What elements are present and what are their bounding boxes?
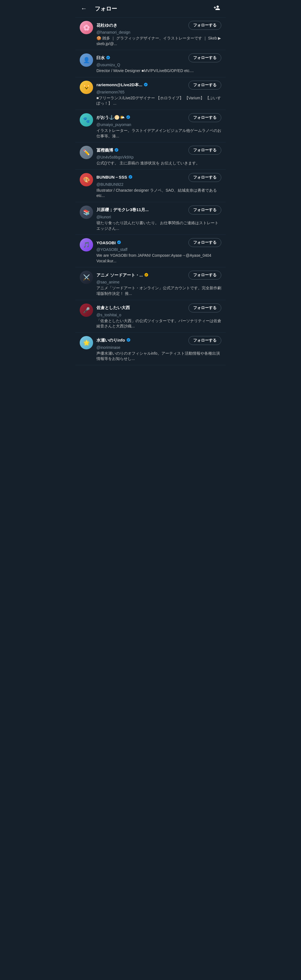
avatar: 👤 xyxy=(80,53,93,67)
user-name-row: がおう⚓🌕🌤️ xyxy=(96,115,186,120)
user-display-name: BUNBUN－SSS xyxy=(96,175,127,180)
follow-button[interactable]: フォローする xyxy=(188,304,221,312)
user-header-row: 冨樫義博フォローする xyxy=(96,146,221,155)
user-handle: @usumizu_Q xyxy=(96,63,221,67)
user-bio: 寝たり食ったり読んだり書いたり。 お仕事関係のご連絡はストレートエッジさん... xyxy=(96,220,221,231)
avatar: ⚔️ xyxy=(80,270,93,284)
user-bio: ■フリーランス/Live2Dデザイナー 【ホロライブ】 【Varium】 【ぶい… xyxy=(96,95,221,106)
user-info: BUNBUN－SSSフォローする@BUNBUN922Illustrator / … xyxy=(96,173,221,199)
avatar: 🌟 xyxy=(80,336,93,349)
verified-badge xyxy=(126,338,131,343)
user-handle: @hanamori_design xyxy=(96,30,221,35)
user-display-name: 臼水 xyxy=(96,56,105,60)
follow-button[interactable]: フォローする xyxy=(188,146,221,155)
user-info: rariemonn@Live2D本...フォローする@rariemonn765■… xyxy=(96,81,221,106)
follow-button[interactable]: フォローする xyxy=(188,238,221,247)
user-name-row: 臼水 xyxy=(96,56,186,60)
user-name-row: アニメ ソードアート・... xyxy=(96,273,186,278)
user-display-name: 冨樫義博 xyxy=(96,148,113,153)
avatar: ✏️ xyxy=(80,146,93,159)
user-bio: イラストレーター。ラストイデアメインビジュアル他ゲームラノベのお仕事等。湊... xyxy=(96,128,221,139)
user-info: YOASOBIフォローする@YOASOBI_staffWe are YOASOB… xyxy=(96,238,221,264)
user-info: 花杜ゆのきフォローする@hanamori_design🍪 雑多 ｜ グラフィック… xyxy=(96,21,221,46)
list-item: 🌟水瀬いのりinfoフォローする@inoriminase声優水瀬いのりのオフィシ… xyxy=(75,333,226,365)
user-header-row: rariemonn@Live2D本...フォローする xyxy=(96,81,221,89)
avatar: 🌸 xyxy=(80,21,93,34)
verified-badge xyxy=(126,115,130,120)
user-header-row: 臼水フォローする xyxy=(96,53,221,62)
user-header-row: BUNBUN－SSSフォローする xyxy=(96,173,221,182)
user-display-name: 川原礫；デモクレ3巻11月... xyxy=(96,207,149,213)
user-handle: @s_toshitai_o xyxy=(96,313,221,317)
verified-badge xyxy=(117,240,121,245)
user-display-name: 花杜ゆのき xyxy=(96,23,117,28)
header: ← フォロー xyxy=(75,0,226,18)
user-handle: @umaiyo_puyoman xyxy=(96,123,221,127)
verified-badge xyxy=(128,175,133,180)
list-item: 🐾がおう⚓🌕🌤️フォローする@umaiyo_puyomanイラストレーター。ラス… xyxy=(75,110,226,142)
user-name-row: 花杜ゆのき xyxy=(96,23,186,28)
list-item: ⚔️アニメ ソードアート・...フォローする@sao_animeアニメ「ソードア… xyxy=(75,267,226,300)
user-header-row: YOASOBIフォローする xyxy=(96,238,221,247)
user-name-row: YOASOBI xyxy=(96,240,186,245)
user-header-row: がおう⚓🌕🌤️フォローする xyxy=(96,113,221,122)
user-info: 水瀬いのりinfoフォローする@inoriminase声優水瀬いのりのオフィシャ… xyxy=(96,336,221,362)
list-item: 📚川原礫；デモクレ3巻11月...フォローする@kunori寝たり食ったり読んだ… xyxy=(75,202,226,235)
avatar: 🎵 xyxy=(80,238,93,251)
user-name-row: 川原礫；デモクレ3巻11月... xyxy=(96,207,186,213)
user-info: 臼水フォローする@usumizu_QDirector / Movie Desig… xyxy=(96,53,221,74)
user-bio: Illustrator / Character designer ラノベ、SAO… xyxy=(96,188,221,199)
avatar: 🐾 xyxy=(80,113,93,127)
user-bio: 声優水瀬いのりのオフィシャルinfo。アーティスト活動情報や各種出演情報等をお知… xyxy=(96,351,221,362)
user-display-name: がおう⚓🌕🌤️ xyxy=(96,115,125,120)
list-item: 👤臼水フォローする@usumizu_QDirector / Movie Desi… xyxy=(75,50,226,77)
user-bio: 🍪 雑多 ｜ グラフィックデザイナー、イラストレーターです ｜ Skeb ▶ s… xyxy=(96,36,221,46)
user-header-row: 花杜ゆのきフォローする xyxy=(96,21,221,30)
avatar: 😺 xyxy=(80,81,93,94)
user-bio: We are YOASOBI from JAPAN! Composer:Ayas… xyxy=(96,253,221,264)
avatar: 🎤 xyxy=(80,304,93,317)
follow-button[interactable]: フォローする xyxy=(188,173,221,182)
user-handle: @rariemonn765 xyxy=(96,90,221,94)
follow-button[interactable]: フォローする xyxy=(188,113,221,122)
user-info: 佐倉としたい大西フォローする@s_toshitai_o「佐倉としたい大西」の公式… xyxy=(96,304,221,329)
user-header-row: 川原礫；デモクレ3巻11月...フォローする xyxy=(96,205,221,215)
user-header-row: アニメ ソードアート・...フォローする xyxy=(96,270,221,280)
follow-list: 🌸花杜ゆのきフォローする@hanamori_design🍪 雑多 ｜ グラフィッ… xyxy=(75,18,226,365)
follow-button[interactable]: フォローする xyxy=(188,81,221,89)
follow-button[interactable]: フォローする xyxy=(188,270,221,280)
user-display-name: rariemonn@Live2D本... xyxy=(96,82,142,88)
user-handle: @YOASOBI_staff xyxy=(96,247,221,252)
user-header-row: 水瀬いのりinfoフォローする xyxy=(96,336,221,345)
user-info: がおう⚓🌕🌤️フォローする@umaiyo_puyomanイラストレーター。ラスト… xyxy=(96,113,221,139)
user-display-name: 佐倉としたい大西 xyxy=(96,305,130,310)
follow-button[interactable]: フォローする xyxy=(188,53,221,62)
follow-button[interactable]: フォローする xyxy=(188,205,221,215)
header-left: ← フォロー xyxy=(80,4,117,13)
gold-verified-badge xyxy=(144,273,149,278)
user-handle: @Un4v5s8bgsVk9Xp xyxy=(96,155,221,159)
user-info: 冨樫義博フォローする@Un4v5s8bgsVk9Xp公式()です。 主に原稿の … xyxy=(96,146,221,166)
user-name-row: 冨樫義博 xyxy=(96,148,186,153)
user-bio: 公式()です。 主に原稿の 進捗状況を お伝えしていきます。 xyxy=(96,161,221,166)
user-handle: @BUNBUN922 xyxy=(96,182,221,187)
list-item: ✏️冨樫義博フォローする@Un4v5s8bgsVk9Xp公式()です。 主に原稿… xyxy=(75,142,226,170)
back-button[interactable]: ← xyxy=(80,4,88,13)
user-handle: @sao_anime xyxy=(96,280,221,284)
user-name-row: 佐倉としたい大西 xyxy=(96,305,186,310)
list-item: 🎤佐倉としたい大西フォローする@s_toshitai_o「佐倉としたい大西」の公… xyxy=(75,300,226,333)
add-user-button[interactable] xyxy=(212,3,221,14)
verified-badge xyxy=(114,148,119,153)
follow-button[interactable]: フォローする xyxy=(188,336,221,345)
avatar: 🎨 xyxy=(80,173,93,186)
user-bio: 「佐倉としたい大西」の公式ツイッターです。パーソナリティーは佐倉綾音さんと大西沙… xyxy=(96,318,221,329)
follow-button[interactable]: フォローする xyxy=(188,21,221,30)
list-item: 🌸花杜ゆのきフォローする@hanamori_design🍪 雑多 ｜ グラフィッ… xyxy=(75,18,226,50)
user-display-name: YOASOBI xyxy=(96,240,116,245)
user-bio: アニメ「ソードアート・オンライン」公式アカウントです。完全新作劇場版制作決定！ … xyxy=(96,285,221,296)
user-name-row: BUNBUN－SSS xyxy=(96,175,186,180)
verified-badge xyxy=(144,82,148,88)
user-header-row: 佐倉としたい大西フォローする xyxy=(96,304,221,312)
user-name-row: rariemonn@Live2D本... xyxy=(96,82,186,88)
user-display-name: 水瀬いのりinfo xyxy=(96,338,125,343)
